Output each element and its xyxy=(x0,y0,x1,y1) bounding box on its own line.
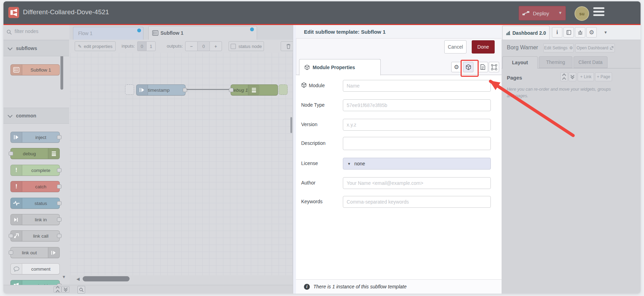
user-avatar[interactable]: su xyxy=(575,6,589,21)
author-input[interactable] xyxy=(343,177,491,189)
wire[interactable] xyxy=(187,89,229,90)
palette-node-link-call[interactable]: link call xyxy=(10,230,60,241)
canvas-node-debug1[interactable]: debug 1 xyxy=(231,84,278,96)
edit-properties-button[interactable]: ✎ edit properties xyxy=(75,41,116,51)
description-tab-button[interactable] xyxy=(478,62,488,72)
more-tabs-caret-icon[interactable]: ▼ xyxy=(604,30,608,34)
tab-label: Module Properties xyxy=(313,65,355,70)
palette-node-debug[interactable]: debug xyxy=(10,148,60,159)
done-button[interactable]: Done xyxy=(472,40,495,54)
info-tab-button[interactable]: i xyxy=(552,27,562,38)
version-input[interactable] xyxy=(343,119,491,131)
category-label: common xyxy=(16,113,36,118)
expand-all-button[interactable] xyxy=(61,286,69,293)
add-page-button[interactable]: + Page xyxy=(595,72,612,81)
dashboard-name: Borg Warner xyxy=(507,44,538,51)
module-label: Module xyxy=(309,83,325,88)
properties-tab-button[interactable]: ⚙ xyxy=(451,62,462,72)
node-type-input[interactable] xyxy=(343,99,491,111)
debug-list-icon xyxy=(248,85,259,95)
keywords-input[interactable] xyxy=(343,196,491,208)
cancel-button[interactable]: Cancel xyxy=(444,40,467,54)
outputs-decrease-button[interactable]: − xyxy=(185,41,198,51)
tab-client-data[interactable]: Client Data xyxy=(573,56,608,68)
hscroll-thumb[interactable] xyxy=(83,276,130,281)
input-port[interactable] xyxy=(9,234,13,238)
module-input[interactable] xyxy=(343,80,491,92)
complete-icon: ! xyxy=(11,165,22,175)
canvas-search-button[interactable] xyxy=(77,286,85,294)
input-port[interactable] xyxy=(9,151,13,156)
palette-node-comment[interactable]: comment xyxy=(10,263,60,274)
edit-settings-button[interactable]: Edit Settings ⚙ xyxy=(543,43,574,52)
palette-category-common[interactable]: common xyxy=(3,108,69,124)
move-up-button[interactable] xyxy=(560,72,568,81)
appearance-tab-button[interactable] xyxy=(489,62,499,72)
palette-node-link-in[interactable]: link in xyxy=(10,214,60,225)
output-port[interactable] xyxy=(57,168,61,172)
palette-category-subflows[interactable]: subflows xyxy=(3,40,69,56)
collapse-all-button[interactable] xyxy=(53,286,61,293)
node-type-label: Node Type xyxy=(301,102,324,108)
status-node-toggle[interactable]: status node xyxy=(229,41,264,51)
output-port[interactable] xyxy=(57,135,61,139)
node-label: link in xyxy=(22,217,59,222)
license-select[interactable]: ▼ none xyxy=(343,158,491,170)
tab-layout[interactable]: Layout xyxy=(502,56,538,68)
bar-chart-icon xyxy=(506,31,511,35)
move-down-button[interactable] xyxy=(569,72,576,81)
output-port[interactable] xyxy=(57,234,61,238)
tab-flow1[interactable]: Flow 1 xyxy=(73,27,143,40)
tab-subflow1[interactable]: Subflow 1 xyxy=(148,26,257,40)
open-dashboard-button[interactable]: Open Dashboard xyxy=(575,43,615,52)
version-label: Version xyxy=(301,122,317,127)
search-icon xyxy=(79,288,84,292)
palette-node-complete[interactable]: ! complete xyxy=(10,165,60,176)
output-port[interactable] xyxy=(57,201,61,205)
palette-filter-input[interactable] xyxy=(14,28,60,34)
input-port[interactable] xyxy=(229,88,233,92)
palette-node-link-out[interactable]: link out xyxy=(10,247,60,258)
description-label: Description xyxy=(301,140,325,146)
add-link-button[interactable]: + Link xyxy=(578,72,594,81)
canvas-node-timestamp[interactable]: timestamp xyxy=(136,84,185,96)
canvas-vscrollbar[interactable] xyxy=(290,117,292,133)
palette-node-catch[interactable]: ! catch xyxy=(10,181,60,192)
output-port[interactable] xyxy=(183,88,187,92)
node-label: link out xyxy=(11,250,48,255)
help-tab-button[interactable] xyxy=(563,27,574,38)
outputs-label: outputs: xyxy=(167,43,183,49)
keywords-label: Keywords xyxy=(301,199,322,204)
palette-node-status[interactable]: status xyxy=(10,198,60,209)
palette-node-subflow1[interactable]: Subflow 1 xyxy=(10,64,60,75)
checkbox-icon xyxy=(231,44,236,49)
button-label: edit properties xyxy=(84,44,112,49)
settings-tab-button[interactable]: ⚙ xyxy=(586,27,597,38)
palette-node-inject[interactable]: inject xyxy=(10,132,60,143)
tab-label: Dashboard 2.0 xyxy=(512,30,546,36)
debug-list-icon xyxy=(48,148,59,159)
deploy-caret-icon[interactable]: ▼ xyxy=(558,10,562,15)
tab-theming[interactable]: Theming xyxy=(539,56,572,68)
inputs-0-button[interactable]: 0 xyxy=(137,41,147,51)
palette-scroll-down-icon[interactable]: ▼ xyxy=(62,274,66,279)
outputs-increase-button[interactable]: + xyxy=(209,41,222,51)
description-input[interactable] xyxy=(343,137,491,150)
deploy-button[interactable]: Deploy ▼ xyxy=(519,6,566,20)
output-port[interactable] xyxy=(57,184,61,189)
output-port[interactable] xyxy=(57,217,61,222)
main-menu-icon[interactable] xyxy=(593,7,604,18)
button-label: Open Dashboard xyxy=(577,46,608,50)
tab-dashboard[interactable]: Dashboard 2.0 xyxy=(502,26,550,40)
status-pulse-icon xyxy=(11,198,22,208)
gear-icon: ⚙ xyxy=(454,64,459,71)
subflow-output-stub[interactable] xyxy=(279,84,288,95)
subflow-input-stub[interactable] xyxy=(125,84,134,95)
palette-search xyxy=(3,25,69,40)
input-port[interactable] xyxy=(9,250,13,255)
scroll-left-icon[interactable]: ◀ xyxy=(76,277,80,281)
tab-module-properties-face[interactable]: Module Properties xyxy=(299,59,381,75)
debug-tab-button[interactable] xyxy=(575,27,585,38)
node-label: Subflow 1 xyxy=(22,67,59,73)
inputs-1-button[interactable]: 1 xyxy=(146,41,156,51)
